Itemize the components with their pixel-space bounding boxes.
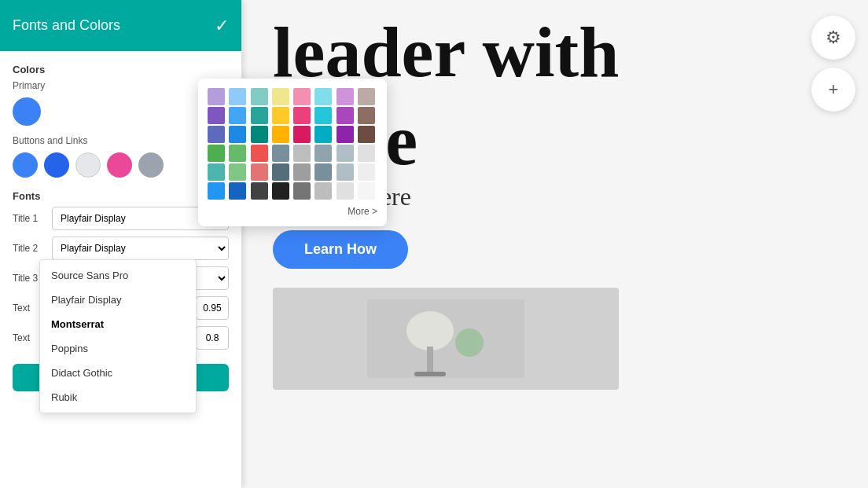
color-cell[interactable] [229,126,246,143]
text1-size-input[interactable] [196,296,229,320]
swatch-4[interactable] [138,152,164,178]
color-cell[interactable] [229,107,246,124]
color-cell[interactable] [208,126,225,143]
color-cell[interactable] [337,163,354,181]
color-cell[interactable] [293,182,311,200]
color-cell[interactable] [229,163,246,181]
color-cell[interactable] [314,88,332,105]
color-cell[interactable] [337,145,354,162]
color-cell[interactable] [208,182,225,200]
color-swatches [13,152,229,178]
color-cell[interactable] [314,163,332,181]
color-cell[interactable] [337,88,354,105]
right-toolbar: ⚙ + [811,16,855,112]
color-cell[interactable] [251,107,268,124]
font-dropdown: Source Sans Pro Playfair Display Montser… [39,259,197,413]
color-cell[interactable] [358,88,375,105]
swatch-3[interactable] [107,152,132,178]
color-cell[interactable] [272,126,289,143]
color-cell[interactable] [358,163,375,181]
color-cell[interactable] [358,107,375,124]
color-cell[interactable] [229,182,246,200]
color-cell[interactable] [337,107,354,124]
dropdown-item-didact[interactable]: Didact Gothic [40,361,196,385]
primary-swatch-row [13,97,229,126]
hero-text-line1: leader with [241,0,868,88]
main-content: leader with nage r subtitle here Learn H… [241,0,868,488]
popup-more-link[interactable]: More > [208,206,377,217]
color-cell[interactable] [293,163,311,181]
color-cell[interactable] [293,107,311,124]
dropdown-item-playfair[interactable]: Playfair Display [40,288,196,312]
color-cell[interactable] [314,126,332,143]
swatch-0[interactable] [13,152,38,178]
svg-point-4 [455,328,484,357]
lamp-illustration [367,299,524,378]
dropdown-item-source-sans[interactable]: Source Sans Pro [40,263,196,288]
color-cell[interactable] [251,145,268,162]
colors-section-label: Colors [13,64,229,75]
color-cell[interactable] [358,145,375,162]
color-cell[interactable] [293,126,311,143]
color-cell[interactable] [208,107,225,124]
color-cell[interactable] [251,163,268,181]
add-button[interactable]: + [811,68,855,112]
color-cell[interactable] [208,88,225,105]
swatch-2[interactable] [75,152,101,178]
color-cell[interactable] [208,163,225,181]
text2-size-input[interactable] [196,326,229,350]
color-cell[interactable] [229,88,246,105]
color-cell[interactable] [358,182,375,200]
panel-title: Fonts and Colors [13,17,120,34]
color-cell[interactable] [251,126,268,143]
color-grid [208,88,377,200]
svg-rect-2 [427,347,433,374]
gear-icon: ⚙ [826,28,841,48]
color-cell[interactable] [337,182,354,200]
color-cell[interactable] [251,88,268,105]
color-cell[interactable] [337,126,354,143]
hero-image [273,288,619,390]
primary-swatch[interactable] [13,97,41,126]
title1-label: Title 1 [13,213,47,224]
color-cell[interactable] [208,145,225,162]
font-row-title2: Title 2 Playfair Display [13,237,229,260]
dropdown-item-rubik[interactable]: Rubik [40,385,196,409]
color-cell[interactable] [229,145,246,162]
color-cell[interactable] [272,107,289,124]
color-cell[interactable] [314,107,332,124]
swatch-1[interactable] [44,152,69,178]
buttons-links-label: Buttons and Links [13,135,229,146]
title2-font-select[interactable]: Playfair Display [52,237,229,260]
color-cell[interactable] [272,88,289,105]
title2-label: Title 2 [13,243,47,254]
color-cell[interactable] [314,182,332,200]
learn-how-button[interactable]: Learn How [273,230,408,269]
color-cell[interactable] [272,145,289,162]
confirm-icon[interactable]: ✓ [215,16,229,36]
color-cell[interactable] [293,88,311,105]
plus-icon: + [829,79,839,100]
settings-button[interactable]: ⚙ [811,16,855,60]
primary-label: Primary [13,80,229,91]
font-row-title1: Title 1 Playfair Display [13,207,229,230]
sidebar-header: Fonts and Colors ✓ [0,0,241,51]
svg-rect-3 [414,372,446,376]
color-cell[interactable] [293,145,311,162]
dropdown-item-poppins[interactable]: Poppins [40,336,196,361]
color-cell[interactable] [358,126,375,143]
color-picker-popup: More > [198,79,387,226]
color-cell[interactable] [272,182,289,200]
color-cell[interactable] [251,182,268,200]
dropdown-item-montserrat[interactable]: Montserrat [40,312,196,336]
svg-point-1 [406,311,454,350]
fonts-section-label: Fonts [13,190,229,202]
color-cell[interactable] [314,145,332,162]
sidebar: Fonts and Colors ✓ Colors Primary Button… [0,0,241,488]
color-cell[interactable] [272,163,289,181]
